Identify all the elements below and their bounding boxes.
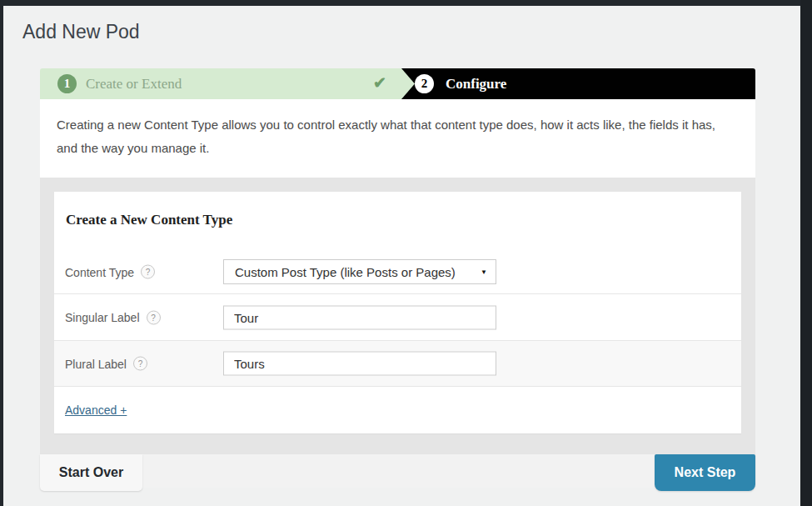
form-row-singular-label: Singular Label ?	[54, 293, 741, 340]
singular-label-input[interactable]	[223, 305, 496, 329]
step-complete-check-icon: ✔	[373, 73, 386, 93]
pods-add-new-pod-screen: Add New Pod 2 Configure 1 Create or Exte…	[0, 0, 812, 506]
footer-bar	[40, 454, 755, 488]
start-over-button[interactable]: Start Over	[40, 454, 142, 491]
field-label-text: Content Type	[65, 265, 134, 278]
next-step-button[interactable]: Next Step	[655, 454, 755, 491]
description-line: Creating a new Content Type allows you t…	[57, 113, 744, 137]
form-row-advanced: Advanced +	[54, 386, 741, 433]
step-label: Configure	[446, 74, 506, 93]
content-type-form-card: Create a New Content Type Content Type ?…	[54, 192, 741, 433]
advanced-link[interactable]: Advanced +	[65, 403, 127, 417]
field-label-text: Plural Label	[65, 357, 127, 370]
chevron-down-icon: ▼	[481, 268, 487, 276]
wizard-tab-create-or-extend[interactable]: 1 Create or Extend ✔	[40, 68, 415, 99]
window-edge-left	[0, 6, 3, 506]
help-icon[interactable]: ?	[147, 310, 161, 324]
form-title: Create a New Content Type	[66, 212, 232, 228]
help-icon[interactable]: ?	[141, 265, 155, 279]
plural-label-input[interactable]	[223, 352, 496, 376]
wizard-tab-configure[interactable]: 2 Configure	[398, 68, 755, 99]
content-type-select[interactable]: Custom Post Type (like Posts or Pages) ▼	[223, 259, 496, 284]
field-label: Plural Label ?	[65, 357, 147, 371]
form-row-plural-label: Plural Label ?	[54, 340, 741, 386]
description-line: and the way you manage it.	[57, 137, 744, 160]
field-label: Singular Label ?	[65, 310, 161, 324]
step-number-badge: 2	[415, 74, 434, 93]
wizard-description-panel: Creating a new Content Type allows you t…	[40, 99, 755, 178]
wizard-description: Creating a new Content Type allows you t…	[57, 113, 744, 160]
step-number-badge: 1	[57, 74, 77, 93]
window-edge-right	[800, 0, 812, 506]
admin-bar	[0, 0, 812, 6]
help-icon[interactable]: ?	[133, 357, 147, 371]
step-label: Create or Extend	[86, 74, 182, 93]
form-row-content-type: Content Type ? Custom Post Type (like Po…	[54, 250, 741, 293]
page-title: Add New Pod	[22, 21, 140, 43]
field-label: Content Type ?	[65, 265, 155, 279]
field-label-text: Singular Label	[65, 311, 140, 324]
select-value: Custom Post Type (like Posts or Pages)	[235, 265, 456, 279]
